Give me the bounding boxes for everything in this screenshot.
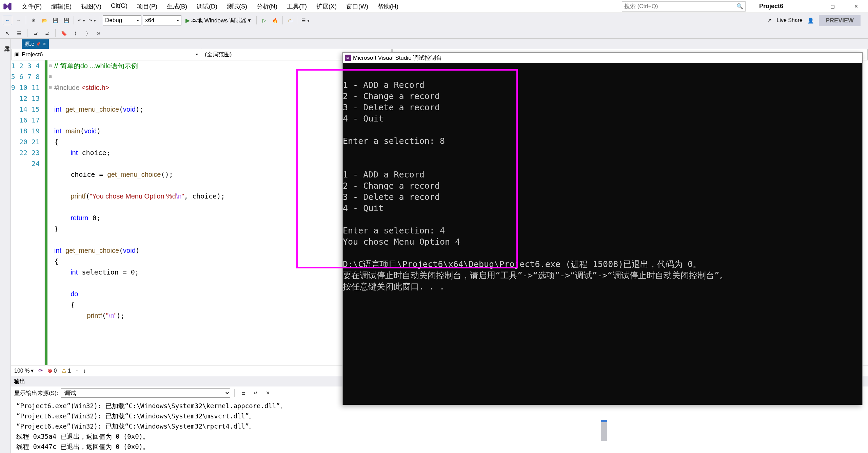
new-project-icon[interactable]: ✳ (29, 16, 38, 25)
folder-icon[interactable]: 🗀 (285, 16, 295, 25)
bookmark-icon[interactable]: 🔖 (59, 29, 68, 38)
start-debug-button[interactable]: ▶本地 Windows 调试器 ▾ (183, 17, 254, 24)
platform-combo[interactable]: x64▾ (143, 15, 181, 25)
hot-reload-icon[interactable]: 🔥 (270, 16, 280, 25)
live-share-button[interactable]: Live Share (776, 17, 803, 23)
line-numbers: 1 2 3 4 5 6 7 8 9 10 11 12 13 14 15 16 1… (11, 60, 45, 365)
live-share-icon[interactable]: ↗ (767, 17, 772, 24)
save-all-icon[interactable]: 💾 (61, 16, 71, 25)
nav-back-button[interactable]: ← (3, 16, 12, 25)
solution-icon: ▣ (14, 52, 20, 57)
output-text[interactable]: “Project6.exe”(Win32): 已加载“C:\Windows\Sy… (11, 399, 868, 453)
menu-item[interactable]: 项目(P) (132, 0, 162, 13)
menu-item[interactable]: 编辑(E) (46, 0, 76, 13)
save-icon[interactable]: 💾 (51, 16, 60, 25)
warning-count[interactable]: ⚠1 (61, 367, 71, 374)
bookmark-next-icon[interactable]: ⟩ (82, 29, 92, 38)
cursor-icon[interactable]: ↖ (3, 29, 12, 38)
bookmark-clear-icon[interactable]: ⊘ (94, 29, 103, 38)
change-indicator (45, 60, 47, 365)
fold-gutter[interactable]: ⊟ ⊟ ⊟ (47, 60, 54, 365)
nav-fwd-button[interactable]: → (14, 16, 23, 25)
debug-console-window[interactable]: ⧉ Microsoft Visual Studio 调试控制台 1 - ADD … (342, 52, 863, 405)
menu-items: 文件(F)编辑(E)视图(V)Git(G)项目(P)生成(B)调试(D)测试(S… (17, 0, 403, 13)
open-file-icon[interactable]: 📂 (40, 16, 49, 25)
output-scroll-icon[interactable]: ≣ (239, 388, 248, 398)
bookmark-prev-icon[interactable]: ⟨ (71, 29, 80, 38)
vs-console-icon: ⧉ (345, 55, 351, 61)
redo-button[interactable]: ↷ ▾ (87, 16, 97, 25)
menu-item[interactable]: 调试(D) (192, 0, 222, 13)
menu-item[interactable]: 分析(N) (252, 0, 282, 13)
output-wrap-icon[interactable]: ↵ (251, 388, 260, 398)
nav-up-icon[interactable]: ↑ (76, 368, 78, 374)
zoom-dropdown[interactable]: 100 % ▾ (14, 367, 34, 374)
maximize-button[interactable]: ▢ (821, 0, 844, 13)
scroll-caret-mark (601, 420, 607, 422)
menu-item[interactable]: 窗口(W) (341, 0, 373, 13)
output-source-label: 显示输出来源(S): (14, 389, 58, 397)
minimize-button[interactable]: — (797, 0, 821, 13)
menu-item[interactable]: 测试(S) (222, 0, 252, 13)
menu-item[interactable]: 扩展(X) (312, 0, 341, 13)
indent-left-icon[interactable]: ≡̷ (31, 29, 40, 38)
output-source-select[interactable]: 调试 (61, 388, 230, 398)
solution-name: Project6 (746, 3, 797, 10)
scroll-icon[interactable]: ☰ (14, 29, 24, 38)
scope-label: (全局范围) (205, 51, 232, 58)
source-tab[interactable]: 源.c 📌 ✕ (22, 39, 49, 49)
search-input[interactable] (624, 3, 736, 10)
config-combo[interactable]: Debug▾ (103, 15, 141, 25)
console-titlebar[interactable]: ⧉ Microsoft Visual Studio 调试控制台 (343, 53, 862, 63)
indent-right-icon[interactable]: ≡̷ (42, 29, 52, 38)
console-title-text: Microsoft Visual Studio 调试控制台 (353, 54, 442, 62)
project-name-label: Project6 (22, 51, 43, 58)
pin-icon[interactable]: 📌 (36, 42, 41, 46)
console-output[interactable]: 1 - ADD a Record 2 - Change a record 3 -… (343, 63, 862, 292)
menu-item[interactable]: 帮助(H) (373, 0, 403, 13)
undo-button[interactable]: ↶ ▾ (77, 16, 86, 25)
menu-item[interactable]: 工具(T) (282, 0, 312, 13)
nav-down-icon[interactable]: ↓ (83, 368, 86, 374)
tab-label: 源.c (24, 41, 34, 48)
project-dropdown[interactable]: ▣ Project6 ▾ (11, 49, 201, 60)
vs-logo-icon (1, 0, 14, 13)
run-without-debug-icon[interactable]: ▷ (259, 16, 269, 25)
close-button[interactable]: ✕ (844, 0, 868, 13)
menu-item[interactable]: 文件(F) (17, 0, 46, 13)
error-count[interactable]: ⊗0 (47, 367, 57, 374)
preview-badge[interactable]: PREVIEW (819, 15, 861, 26)
menu-item[interactable]: 视图(V) (76, 0, 106, 13)
toolbar-main: ← → ✳ 📂 💾 💾 ↶ ▾ ↷ ▾ Debug▾ x64▾ ▶本地 Wind… (0, 13, 868, 28)
search-box[interactable]: 🔍 (622, 1, 746, 12)
tab-close-icon[interactable]: ✕ (43, 42, 46, 46)
toolbox-tab-vertical[interactable]: 工具箱 (0, 39, 11, 453)
menu-item[interactable]: 生成(B) (162, 0, 192, 13)
window-layout-icon[interactable]: ☰ ▾ (301, 16, 310, 25)
search-icon[interactable]: 🔍 (736, 3, 743, 10)
menubar: 文件(F)编辑(E)视图(V)Git(G)项目(P)生成(B)调试(D)测试(S… (0, 0, 868, 13)
output-clear-icon[interactable]: ✕ (263, 388, 273, 398)
toolbar-editor: ↖ ☰ ≡̷ ≡̷ 🔖 ⟨ ⟩ ⊘ (0, 28, 868, 39)
menu-item[interactable]: Git(G) (106, 0, 132, 13)
intellisense-icon[interactable]: ⟳ (38, 367, 43, 374)
scrollbar-thumb[interactable] (601, 421, 607, 441)
feedback-icon[interactable]: 👤 (807, 17, 814, 24)
tab-bar: 源.c 📌 ✕ (11, 39, 868, 49)
